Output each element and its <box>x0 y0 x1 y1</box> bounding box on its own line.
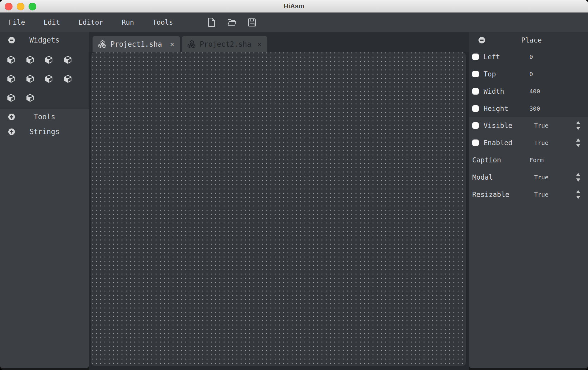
property-value[interactable]: 400 <box>529 88 540 95</box>
widget-cube-button[interactable] <box>26 93 35 102</box>
menu-edit[interactable]: Edit <box>43 18 60 26</box>
component-palette-sidebar: Widgets <box>0 32 89 368</box>
property-value[interactable]: True <box>534 174 548 181</box>
new-file-icon <box>208 18 215 27</box>
property-row-left: Left 0 <box>469 48 588 65</box>
property-label: Width <box>484 87 504 95</box>
visible-checkbox[interactable] <box>472 122 479 129</box>
widget-cube-button[interactable] <box>7 55 15 64</box>
property-label: Left <box>484 53 500 61</box>
tabbar: Project1.sha ✕ Project2.sha ✕ <box>89 32 469 52</box>
value-stepper[interactable] <box>576 138 580 147</box>
tab-label: Project1.sha <box>110 40 162 48</box>
left-checkbox[interactable] <box>472 54 479 60</box>
property-value[interactable]: True <box>534 191 548 198</box>
menubar: File Edit Editor Run Tools <box>0 12 588 32</box>
width-checkbox[interactable] <box>472 88 479 95</box>
height-checkbox[interactable] <box>472 105 479 112</box>
sidebar-section-widgets[interactable]: Widgets <box>0 32 89 48</box>
menu-tools[interactable]: Tools <box>152 18 173 26</box>
sidebar-section-strings[interactable]: Strings <box>0 124 89 139</box>
tab-project1[interactable]: Project1.sha ✕ <box>93 36 180 52</box>
widget-cube-button[interactable] <box>44 55 53 64</box>
top-checkbox[interactable] <box>472 71 479 77</box>
menu-run[interactable]: Run <box>122 18 134 26</box>
widget-cube-button[interactable] <box>63 74 72 83</box>
widgets-section: Widgets <box>0 32 89 109</box>
toolbar <box>207 18 257 27</box>
window-title: HiAsm <box>0 0 588 12</box>
titlebar: HiAsm <box>0 0 588 13</box>
property-label: Enabled <box>484 139 512 147</box>
widget-cube-button[interactable] <box>44 74 53 83</box>
menu-file[interactable]: File <box>9 18 25 26</box>
project-cubes-icon <box>98 40 107 48</box>
property-value[interactable]: 0 <box>529 70 533 78</box>
widget-cube-button[interactable] <box>26 55 35 64</box>
tab-project2[interactable]: Project2.sha ✕ <box>182 36 267 52</box>
main-content: Widgets <box>0 32 588 370</box>
widget-cube-button[interactable] <box>7 74 15 83</box>
value-stepper[interactable] <box>576 190 580 199</box>
enabled-checkbox[interactable] <box>472 139 479 146</box>
widget-cube-button[interactable] <box>7 93 15 102</box>
tab-label: Project2.sha <box>200 40 251 48</box>
property-row-height: Height 300 <box>469 100 588 117</box>
property-row-caption: Caption Form <box>469 151 588 169</box>
property-value[interactable]: True <box>534 122 548 129</box>
property-value[interactable]: 300 <box>529 105 540 112</box>
project-cubes-icon <box>187 40 196 48</box>
close-tab-icon[interactable]: ✕ <box>257 41 261 48</box>
place-group-header[interactable]: Place <box>469 32 588 48</box>
menu-editor[interactable]: Editor <box>79 18 103 26</box>
widgets-section-label: Widgets <box>0 32 89 48</box>
save-icon <box>248 18 256 26</box>
tools-section-label: Tools <box>0 109 89 124</box>
editor-area: Project1.sha ✕ Project2.sha ✕ <box>89 32 469 370</box>
property-row-modal: Modal True <box>469 169 588 186</box>
open-folder-icon <box>227 19 236 26</box>
save-button[interactable] <box>248 18 257 27</box>
property-row-width: Width 400 <box>469 83 588 100</box>
place-group-title: Place <box>475 32 588 48</box>
value-stepper[interactable] <box>576 121 580 130</box>
properties-panel: Place Left 0 Top 0 Width 400 <box>469 32 588 368</box>
open-file-button[interactable] <box>227 18 236 27</box>
place-group: Place Left 0 Top 0 Width 400 <box>469 32 588 117</box>
widget-cube-button[interactable] <box>63 55 72 64</box>
property-row-resizable: Resizable True <box>469 186 588 203</box>
widget-grid <box>0 50 89 107</box>
property-row-enabled: Enabled True <box>469 134 588 151</box>
new-file-button[interactable] <box>207 18 216 27</box>
property-value[interactable]: Form <box>529 156 544 164</box>
property-value[interactable]: True <box>534 139 548 146</box>
strings-section-label: Strings <box>0 124 89 139</box>
property-label: Top <box>484 70 496 78</box>
property-label: Resizable <box>472 191 509 198</box>
form-designer-canvas[interactable] <box>91 52 466 366</box>
value-stepper[interactable] <box>576 173 580 182</box>
sidebar-section-tools[interactable]: Tools <box>0 109 89 124</box>
property-label: Height <box>484 105 508 112</box>
widget-cube-button[interactable] <box>26 74 35 83</box>
behavior-group: Visible True Enabled True Caption <box>469 117 588 368</box>
property-label: Visible <box>484 122 512 129</box>
property-value[interactable]: 0 <box>529 53 533 60</box>
property-row-top: Top 0 <box>469 65 588 83</box>
property-label: Modal <box>472 173 493 181</box>
property-label: Caption <box>472 156 501 164</box>
property-row-visible: Visible True <box>469 117 588 134</box>
close-tab-icon[interactable]: ✕ <box>170 41 174 48</box>
app-window: HiAsm File Edit Editor Run Tools <box>0 0 588 370</box>
